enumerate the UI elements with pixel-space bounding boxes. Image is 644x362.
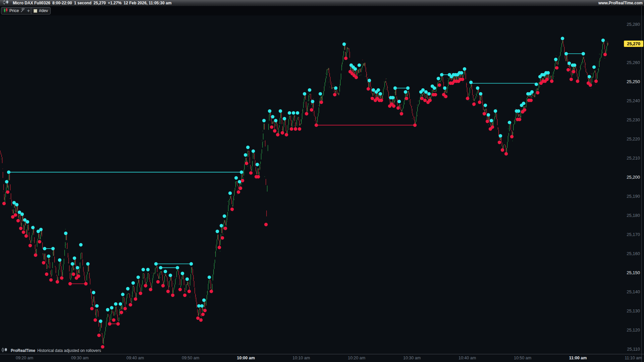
price-tick-dot (308, 101, 308, 101)
swing-low-marker (230, 207, 234, 211)
price-bar (23, 225, 24, 230)
price-bar (484, 110, 484, 110)
price-bar (527, 98, 527, 103)
price-bar (494, 117, 495, 119)
price-tick-dot (210, 288, 211, 288)
price-bar (423, 94, 423, 96)
swing-high-marker (601, 39, 605, 42)
price-bar (51, 275, 51, 277)
price-bar (350, 52, 350, 58)
time-axis-label: 10:20 am (341, 356, 372, 360)
swing-high-marker (358, 63, 361, 67)
price-bar (218, 235, 218, 240)
price-tick-dot (29, 228, 29, 228)
price-bar (598, 68, 599, 71)
price-bar (594, 72, 594, 73)
price-bar (252, 166, 252, 171)
swing-low-marker (420, 97, 424, 100)
swing-low-marker (320, 101, 323, 104)
price-bar (484, 110, 485, 112)
price-tick-dot (474, 95, 474, 96)
price-bar (223, 234, 223, 235)
price-bar (473, 95, 473, 98)
swing-low-marker (257, 175, 260, 178)
price-bar (363, 63, 363, 65)
swing-low-marker (400, 112, 403, 115)
price-tick-dot (150, 278, 150, 279)
price-tick-dot (175, 277, 175, 277)
price-bar (527, 97, 528, 98)
price-bar (244, 164, 245, 170)
price-bar (135, 292, 135, 293)
swing-low-marker (392, 104, 395, 108)
price-chart[interactable] (0, 0, 644, 362)
price-bar (196, 297, 196, 302)
swing-high-marker (95, 304, 99, 307)
price-bar (167, 277, 167, 281)
swing-low-marker (594, 79, 598, 83)
swing-low-marker (380, 99, 383, 102)
price-bar (212, 284, 212, 290)
swing-low-marker (112, 318, 115, 322)
swing-low-marker (434, 93, 437, 96)
price-bar (173, 290, 173, 293)
price-tick-dot (271, 119, 272, 119)
price-bar (45, 254, 45, 256)
price-bar (570, 65, 570, 68)
price-tick-dot (552, 76, 552, 76)
price-bar (43, 253, 43, 255)
swing-high-marker (169, 274, 172, 277)
price-bar (312, 107, 312, 108)
swing-low-marker (461, 77, 464, 81)
swing-low-marker (413, 123, 417, 127)
price-axis-label: 25,210 (613, 156, 640, 161)
price-bar (301, 124, 301, 124)
swing-low-marker (491, 125, 494, 129)
time-axis-label: 09:40 am (120, 356, 150, 360)
price-bar (331, 81, 331, 85)
price-bar (525, 107, 525, 108)
swing-high-marker (121, 293, 124, 296)
price-tick-dot (487, 119, 487, 119)
price-bar (371, 87, 371, 93)
price-bar (85, 276, 85, 280)
swing-high-marker (197, 304, 201, 307)
swing-low-marker (14, 213, 17, 217)
price-bar (477, 92, 477, 94)
price-tick-dot (68, 262, 68, 262)
price-tick-dot (248, 166, 248, 166)
price-bar (357, 74, 357, 76)
swing-low-marker (101, 345, 104, 348)
price-bar (297, 118, 298, 120)
price-bar (388, 92, 389, 98)
footer-brand: ProRealTime (11, 348, 35, 353)
price-bar (564, 44, 564, 47)
price-bar (197, 309, 198, 313)
price-tick-dot (388, 87, 388, 87)
price-bar (342, 62, 342, 64)
price-tick-dot (345, 53, 345, 53)
price-bar (313, 103, 313, 108)
price-bar (117, 309, 117, 314)
price-tick-dot (569, 72, 570, 72)
price-bar (325, 82, 325, 86)
price-bar (172, 287, 173, 293)
price-bar (373, 92, 373, 96)
price-bar (266, 210, 267, 217)
swing-high-marker (379, 92, 382, 96)
swing-low-marker (68, 282, 72, 285)
price-bar (429, 97, 430, 98)
price-bar (244, 170, 244, 176)
price-bar (21, 223, 22, 227)
swing-low-marker (139, 292, 142, 295)
price-tick-dot (260, 168, 261, 168)
price-bar (268, 124, 269, 130)
price-tick-dot (3, 169, 3, 169)
price-tick-dot (290, 120, 291, 121)
price-bar (584, 60, 585, 62)
price-bar (229, 199, 230, 200)
price-bar (48, 265, 48, 268)
swing-high-marker (39, 228, 43, 231)
price-tick-dot (227, 226, 227, 226)
price-bar (444, 91, 444, 93)
